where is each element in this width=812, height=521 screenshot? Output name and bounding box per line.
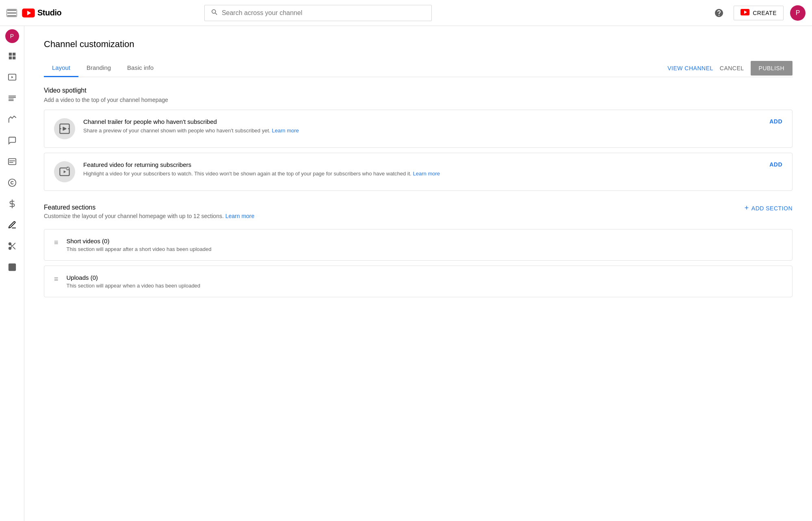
featured-sections-title: Featured sections (44, 204, 254, 211)
uploads-title: Uploads (0) (67, 274, 782, 281)
featured-sections-section: Featured sections Customize the layout o… (44, 204, 793, 297)
featured-sections-header: Featured sections Customize the layout o… (44, 204, 793, 226)
hamburger-menu[interactable] (6, 9, 17, 17)
header: Studio CREATE P (0, 0, 812, 26)
channel-trailer-title: Channel trailer for people who haven't s… (83, 118, 761, 125)
svg-line-12 (11, 244, 12, 246)
sidebar-item-subtitles[interactable] (2, 152, 22, 171)
logo-text: Studio (37, 8, 61, 17)
uploads-desc: This section will appear when a video ha… (67, 283, 782, 289)
channel-trailer-action: ADD (769, 118, 782, 125)
sidebar-item-copyright[interactable] (2, 173, 22, 192)
channel-trailer-desc: Share a preview of your channel shown wi… (83, 127, 761, 135)
video-spotlight-section: Video spotlight Add a video to the top o… (44, 87, 793, 191)
svg-rect-6 (8, 159, 15, 165)
user-avatar[interactable]: P (790, 5, 806, 21)
featured-sections-desc: Customize the layout of your channel hom… (44, 213, 254, 219)
search-icon (210, 8, 218, 17)
sidebar-item-analytics[interactable] (2, 110, 22, 129)
page-title: Channel customization (44, 39, 793, 50)
sidebar-avatar[interactable]: P (5, 29, 19, 43)
uploads-content: Uploads (0) This section will appear whe… (67, 274, 782, 289)
tab-branding[interactable]: Branding (78, 59, 119, 77)
youtube-logo-icon (22, 9, 35, 17)
featured-video-content: Featured video for returning subscribers… (83, 161, 761, 178)
channel-trailer-learn-more[interactable]: Learn more (272, 128, 299, 134)
sidebar-item-earn[interactable] (2, 194, 22, 214)
featured-video-add-button[interactable]: ADD (769, 161, 782, 168)
channel-trailer-card: Channel trailer for people who haven't s… (44, 110, 793, 148)
short-videos-drag-handle[interactable]: ≡ (54, 238, 58, 247)
featured-video-title: Featured video for returning subscribers (83, 161, 761, 168)
svg-line-11 (13, 247, 15, 249)
featured-title-block: Featured sections Customize the layout o… (44, 204, 254, 226)
help-button[interactable] (711, 5, 727, 21)
view-channel-button[interactable]: VIEW CHANNEL (667, 65, 713, 71)
channel-trailer-icon (54, 118, 75, 139)
featured-sections-learn-more[interactable]: Learn more (225, 213, 255, 219)
sidebar-item-comments[interactable] (2, 131, 22, 150)
cancel-button[interactable]: CANCEL (720, 65, 744, 71)
svg-marker-5 (11, 76, 13, 78)
sidebar-item-customization[interactable] (2, 215, 22, 235)
search-bar (204, 5, 432, 21)
short-videos-card: ≡ Short videos (0) This section will app… (44, 229, 793, 261)
create-icon (741, 8, 749, 17)
featured-video-card: Featured video for returning subscribers… (44, 153, 793, 191)
uploads-drag-handle[interactable]: ≡ (54, 274, 58, 283)
app-body: P (0, 26, 812, 521)
add-section-button[interactable]: + ADD SECTION (745, 204, 793, 212)
tab-layout[interactable]: Layout (44, 59, 78, 77)
tab-actions: VIEW CHANNEL CANCEL PUBLISH (667, 61, 793, 76)
featured-video-desc: Highlight a video for your subscribers t… (83, 170, 761, 178)
short-videos-title: Short videos (0) (67, 238, 782, 244)
plus-icon: + (745, 204, 749, 212)
video-spotlight-title: Video spotlight (44, 87, 793, 94)
publish-button[interactable]: PUBLISH (751, 61, 793, 76)
channel-trailer-content: Channel trailer for people who haven't s… (83, 118, 761, 135)
sidebar-item-audio[interactable] (2, 236, 22, 256)
header-right: CREATE P (711, 5, 806, 21)
short-videos-desc: This section will appear after a short v… (67, 246, 782, 252)
logo[interactable]: Studio (22, 8, 61, 17)
sidebar-item-dashboard[interactable] (2, 46, 22, 66)
sidebar-item-content[interactable] (2, 67, 22, 87)
featured-video-learn-more[interactable]: Learn more (413, 171, 440, 177)
video-spotlight-desc: Add a video to the top of your channel h… (44, 97, 793, 103)
sidebar-item-notes[interactable] (2, 257, 22, 277)
header-left: Studio (6, 8, 61, 17)
featured-video-action: ADD (769, 161, 782, 168)
channel-trailer-add-button[interactable]: ADD (769, 118, 782, 125)
short-videos-content: Short videos (0) This section will appea… (67, 238, 782, 252)
add-section-label: ADD SECTION (751, 205, 793, 212)
svg-marker-18 (64, 171, 66, 173)
main-content: Channel customization Layout Branding Ba… (24, 26, 812, 521)
tab-basic-info[interactable]: Basic info (119, 59, 162, 77)
create-label: CREATE (753, 10, 777, 16)
uploads-card: ≡ Uploads (0) This section will appear w… (44, 266, 793, 297)
featured-video-icon (54, 161, 75, 182)
sidebar-item-playlists[interactable] (2, 89, 22, 108)
search-input[interactable] (222, 9, 426, 17)
tabs-bar: Layout Branding Basic info VIEW CHANNEL … (44, 59, 793, 77)
sidebar: P (0, 26, 24, 521)
svg-point-7 (8, 179, 15, 186)
create-button[interactable]: CREATE (734, 6, 784, 20)
